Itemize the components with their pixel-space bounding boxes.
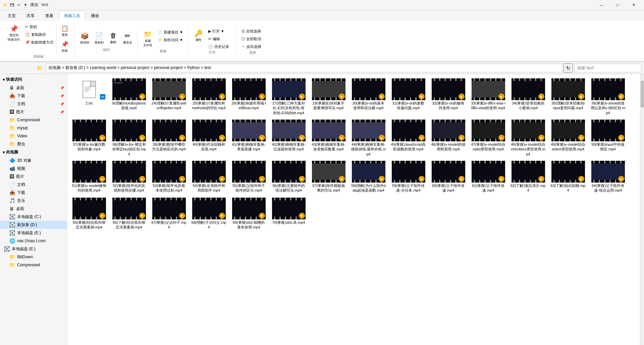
file-item-36[interactable]: ▶ 36(掌握)v-show的使用以及和v-if的区别.mp4	[589, 77, 627, 117]
search-input[interactable]	[574, 64, 641, 72]
file-item-43[interactable]: ▶ 43(掌握)购物车案例-改变购买数量.mp4	[309, 118, 348, 158]
sidebar-item-downloads[interactable]: 📥 下载 📌	[0, 92, 67, 100]
copy-to-button[interactable]: 📄 复制到	[92, 30, 106, 46]
dropdown-icon[interactable]: ▼	[23, 2, 28, 8]
sidebar-item-video[interactable]: 📁 Video	[0, 132, 67, 140]
cut-button[interactable]: ✂ 剪切	[23, 23, 56, 30]
file-item-57[interactable]: ▶ 57(掌握)组件模板抽离的写法.mp4	[309, 159, 348, 195]
sidebar-item-bilidown[interactable]: 📁 BiliDown	[0, 253, 67, 261]
file-item-34[interactable]: ▶ 34(掌握)登录切换的小案例.mp4	[509, 77, 547, 117]
sidebar-item-local-e[interactable]: 💽 本地磁盘 (E:)	[0, 245, 67, 253]
delete-button[interactable]: 🗑 删除	[107, 30, 120, 46]
address-input[interactable]	[46, 64, 562, 72]
file-item-48[interactable]: ▶ 48(掌握)v-model结合checkbox类型使用.mp4	[509, 118, 547, 158]
sidebar-item-dl[interactable]: 📥 下载	[0, 189, 67, 197]
sidebar-item-spider[interactable]: 📁 爬虫	[0, 140, 67, 148]
sidebar-item-c[interactable]: 💽 本地磁盘 (C:)	[0, 213, 67, 221]
file-item-42[interactable]: ▶ 42(掌握)购物车案例-过滤器的使用.mp4	[269, 118, 308, 158]
file-item-33[interactable]: ▶ 33(掌握)v-if和v-else-if和v-else的使用.mp4	[469, 77, 507, 117]
rename-button[interactable]: ✏ 重命名	[121, 30, 135, 46]
file-item-40[interactable]: ▶ 40(掌握)作业回顾和实现.mp4	[190, 118, 228, 158]
file-item-56[interactable]: ▶ 56(掌握)注册组件的语法糖写法.mp4	[269, 159, 308, 195]
sidebar-item-docs[interactable]: 📄 文档 📌	[0, 100, 67, 108]
pin-quickaccess-button[interactable]: 📌 固定到快速访问	[5, 23, 22, 43]
file-item-62[interactable]: ▶ 62(了解)项目演示.mp4	[509, 159, 547, 195]
quick-access-header[interactable]: ▾ 快速访问	[0, 75, 67, 84]
sidebar-item-compressed[interactable]: 📁 Compressed	[0, 116, 67, 124]
history-button[interactable]: 🕐 历史记录	[206, 43, 233, 50]
file-item-47[interactable]: ▶ 47(掌握)v-model结合radio类型使用.mp4	[469, 118, 507, 158]
file-item-61[interactable]: ▶ 61(掌握)父子组件传递.mp4	[469, 159, 507, 195]
file-item-46[interactable]: ▶ 46(掌握)v-model的使用和原理.mp4	[429, 118, 468, 158]
this-pc-header[interactable]: ▾ 此电脑	[0, 148, 67, 156]
file-item-66[interactable]: ▶ 66(了解)结合双向绑定完善案例.mp4	[110, 196, 148, 231]
file-item-29[interactable]: ▶ 29(掌握)ES6对象字面量增强写法.mp4	[309, 77, 348, 117]
tab-video-tools[interactable]: 视频工具	[59, 11, 85, 21]
file-item-68[interactable]: ▶ 68(理解)子访问父.mp4	[190, 196, 228, 231]
invert-selection-button[interactable]: ↔ 反向选择	[239, 43, 266, 50]
sidebar-item-3d[interactable]: 🔷 3D 对象	[0, 156, 67, 164]
file-item-45[interactable]: ▶ 45(掌握)JavaScript高阶函数的使用.mp4	[389, 118, 428, 158]
file-item-31[interactable]: ▶ 31(掌握)v-on的参数传递问题.mp4	[389, 77, 428, 117]
file-item-54[interactable]: ▶ 54(掌握)全局组件和局部组件.mp4	[190, 159, 228, 195]
file-item-67[interactable]: ▶ 67(掌握)父访问子.mp4	[150, 196, 188, 231]
sidebar-item-documents[interactable]: 📄 文档	[0, 181, 67, 189]
file-item-55[interactable]: ▶ 55(掌握)父组件和子组件的区分.mp4	[229, 159, 268, 195]
tab-play[interactable]: 播放	[86, 11, 104, 21]
file-item-44[interactable]: ▶ 44(掌握)购物车案例-移除按钮-最终价格.mp4	[349, 118, 388, 158]
properties-button[interactable]: 🔑 属性	[192, 28, 205, 44]
file-item-35[interactable]: ▶ 35(理解)登录切换的input复用问题.mp4	[549, 77, 587, 117]
back-button[interactable]: ←	[3, 63, 12, 73]
sidebar-item-desk[interactable]: 🖥 桌面	[0, 205, 67, 213]
up-button[interactable]: ↑	[24, 63, 34, 73]
file-item-txt[interactable]: VS 2.txt	[70, 77, 108, 117]
minimize-button[interactable]: —	[594, 0, 609, 10]
file-item-53[interactable]: ▶ 53(掌握)组件化的基本使用过程.mp4	[150, 159, 188, 195]
open-button[interactable]: ▶ 打开 ▼	[206, 28, 233, 35]
close-button[interactable]: ✕	[626, 0, 641, 10]
file-item-59[interactable]: ▶ 59(掌握)父子组件传递-分任务.mp4	[389, 159, 428, 195]
sidebar-item-compressed2[interactable]: 📁 Compressed	[0, 261, 67, 269]
file-item-69[interactable]: ▶ 69(掌握)slot-插槽的基本使用.mp4	[229, 196, 268, 231]
vertical-scrollbar[interactable]	[640, 74, 644, 345]
paste-shortcut-button[interactable]: 📌 粘贴快捷方式	[23, 39, 56, 46]
tab-share[interactable]: 共享	[21, 11, 40, 21]
edit-button[interactable]: ✏ 编辑	[206, 36, 233, 43]
file-item-25[interactable]: ▶ 25(掌握)计算属性和methods的对比.mp4	[190, 77, 228, 117]
sidebar-item-nas[interactable]: 🌐 nas (\\nas.t.com	[0, 237, 67, 245]
file-item-49[interactable]: ▶ 49(掌握)v-model结合select类型使用.mp4	[549, 118, 587, 158]
file-item-37[interactable]: ▶ 37(掌握)v-for遍历数组和对象.mp4	[70, 118, 108, 158]
scroll-thumb[interactable]	[641, 81, 644, 108]
file-item-38[interactable]: ▶ 38(理解)v-for-绑定和非绑定key的区别.mp4	[110, 118, 148, 158]
new-folder-button[interactable]: 📁 新建文件夹	[141, 29, 155, 49]
forward-button[interactable]: →	[13, 63, 23, 73]
paste-button[interactable]: 📌 粘贴	[58, 39, 71, 54]
tab-home[interactable]: 主页	[3, 11, 21, 21]
file-item-26[interactable]: ▶ 26(掌握)块级作用域-let和var.mp4	[229, 77, 268, 117]
refresh-button[interactable]: ↻	[564, 63, 573, 73]
file-item-24[interactable]: ▶ 24(理解)计算属性setter和getter.mp4	[150, 77, 188, 117]
sidebar-item-mysql[interactable]: 📁 mysql	[0, 124, 67, 132]
file-item-9[interactable]: Vue options ▶ 9(理解)Vue的options选项.mp4	[110, 77, 148, 117]
copy-button[interactable]: 📋 复制	[58, 23, 71, 39]
maximize-button[interactable]: □	[610, 0, 625, 10]
copy-path-button[interactable]: 📋 复制路径	[23, 31, 56, 38]
easy-access-button[interactable]: ⚡ 轻松访问 ▼	[155, 37, 185, 44]
file-item-50[interactable]: ▶ 50(掌握)input中的值绑定.mp4	[589, 118, 627, 158]
move-to-button[interactable]: 📦 移动到	[78, 30, 92, 46]
file-item-63[interactable]: ▶ 63(了解)知识回顾.mp4	[549, 159, 587, 195]
sidebar-item-pictures[interactable]: 🖼 图片 📌	[0, 108, 67, 116]
sidebar-item-imgs[interactable]: 🖼 图片	[0, 172, 67, 181]
file-item-32[interactable]: ▶ 32(掌握)v-on的修饰符使用.mp4	[429, 77, 468, 117]
file-item-70[interactable]: ▶ 70(掌握)slot-具.mp4	[269, 196, 308, 231]
file-item-64[interactable]: ▶ 64(掌握)父子组件传递-组合运用.mp4	[589, 159, 627, 195]
sidebar-item-d[interactable]: 💽 新加卷 (D:)	[0, 221, 67, 229]
tab-view[interactable]: 查看	[40, 11, 58, 21]
new-item-button[interactable]: 📄 新建项目 ▼	[155, 29, 185, 36]
file-item-51[interactable]: ▶ 51(掌握)v-model修饰符的使用.mp4	[70, 159, 108, 195]
file-item-27[interactable]: ▶ 27(理解)三种方案对比-ES5没有闭包-有闭包-ES6的let.mp4	[269, 77, 308, 117]
sidebar-item-music[interactable]: 🎵 音乐	[0, 197, 67, 205]
file-item-39[interactable]: ▶ 39(掌握)数组中哪些方法是响应式的.mp4	[150, 118, 188, 158]
file-item-52[interactable]: ▶ 52(掌握)组件化的实现和使用步骤.mp4	[110, 159, 148, 195]
sidebar-item-desktop[interactable]: 🖥 桌面 📌	[0, 84, 67, 92]
